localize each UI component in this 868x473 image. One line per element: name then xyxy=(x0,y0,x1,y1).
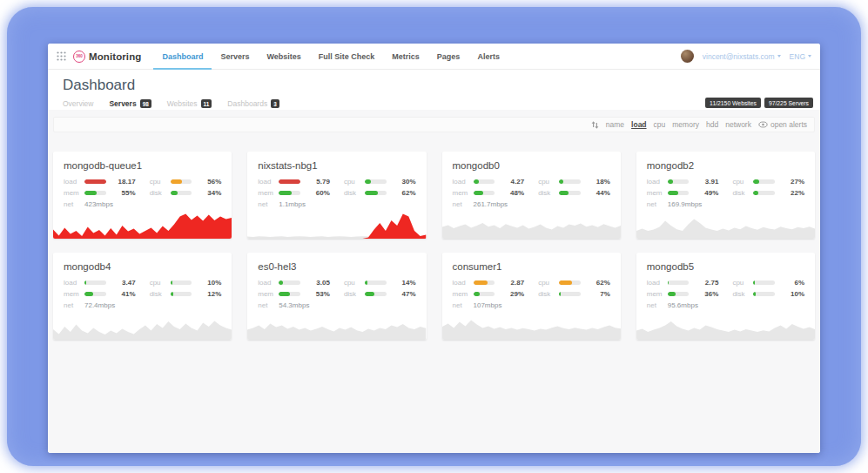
tabs-bar: Overview Servers 98 Websites 11 Dashboar… xyxy=(63,99,805,108)
mem-bar xyxy=(84,292,106,296)
metrics: load 3.47 cpu 10% mem 41% disk 12% net xyxy=(53,278,232,309)
disk-bar xyxy=(171,292,192,296)
net-label: net xyxy=(647,200,668,208)
nav-item-websites[interactable]: Websites xyxy=(258,44,309,70)
disk-value: 62% xyxy=(392,189,416,197)
user-avatar[interactable] xyxy=(681,50,694,63)
user-account-dropdown[interactable]: vincent@nixstats.com xyxy=(703,52,781,61)
sort-memory[interactable]: memory xyxy=(672,120,699,129)
disk-value: 22% xyxy=(780,189,804,197)
disk-label: disk xyxy=(538,189,559,197)
mem-bar xyxy=(279,191,300,195)
mem-label: mem xyxy=(453,290,474,298)
disk-value: 34% xyxy=(197,189,221,197)
disk-label: disk xyxy=(150,290,171,298)
content-area: name load cpu memory hdd network open al… xyxy=(48,110,820,453)
disk-value: 10% xyxy=(780,290,804,298)
mem-value: 53% xyxy=(306,290,330,298)
load-bar xyxy=(668,280,690,285)
language-label: ENG xyxy=(790,52,805,61)
mem-label: mem xyxy=(258,290,279,298)
tab-servers[interactable]: Servers 98 xyxy=(109,99,151,108)
marketing-canvas: 360 Monitoring Dashboard Servers Website… xyxy=(0,0,868,473)
cpu-bar xyxy=(171,280,192,285)
sort-name[interactable]: name xyxy=(606,120,624,129)
server-card-mongodb0[interactable]: mongodb0 load 4.27 cpu 18% mem 48% disk … xyxy=(442,152,621,239)
tab-websites[interactable]: Websites 11 xyxy=(167,99,212,108)
server-card-mongodb5[interactable]: mongodb5 load 2.75 cpu 6% mem 36% disk 1… xyxy=(636,253,815,340)
status-badge: 11/2150 Websites xyxy=(705,98,761,108)
server-name: es0-hel3 xyxy=(247,253,426,278)
cpu-value: 18% xyxy=(586,178,610,186)
cpu-bar xyxy=(365,179,387,184)
metrics: load 4.27 cpu 18% mem 48% disk 44% net xyxy=(442,177,621,208)
net-label: net xyxy=(64,301,84,309)
net-value: 95.6mbps xyxy=(668,301,698,309)
load-label: load xyxy=(258,178,279,186)
mem-bar xyxy=(279,292,300,296)
tab-count-badge: 3 xyxy=(271,99,279,108)
sparkline-chart xyxy=(53,314,232,340)
page-header: Dashboard 11/2150 Websites 97/225 Server… xyxy=(48,70,820,110)
nav-item-servers[interactable]: Servers xyxy=(212,44,258,70)
sort-hdd[interactable]: hdd xyxy=(706,120,718,129)
net-label: net xyxy=(647,301,668,309)
load-value: 3.05 xyxy=(306,279,330,287)
page-title: Dashboard xyxy=(63,77,805,94)
server-card-mongodb-queue1[interactable]: mongodb-queue1 load 18.17 cpu 56% mem 55… xyxy=(53,152,232,239)
cpu-label: cpu xyxy=(538,178,559,186)
load-value: 3.47 xyxy=(111,279,136,287)
load-label: load xyxy=(64,279,84,287)
logo[interactable]: 360 Monitoring xyxy=(73,51,141,63)
sort-cpu[interactable]: cpu xyxy=(654,120,666,129)
mem-bar xyxy=(474,292,495,296)
cpu-value: 27% xyxy=(780,178,804,186)
server-cards-grid: mongodb-queue1 load 18.17 cpu 56% mem 55… xyxy=(53,152,815,340)
logo-360-icon: 360 xyxy=(73,51,85,63)
tab-count-badge: 98 xyxy=(140,99,151,108)
mem-label: mem xyxy=(647,290,668,298)
server-card-es0-hel3[interactable]: es0-hel3 load 3.05 cpu 14% mem 53% disk … xyxy=(247,253,426,340)
tab-dashboards[interactable]: Dashboards 3 xyxy=(227,99,279,108)
net-label: net xyxy=(64,200,84,208)
disk-label: disk xyxy=(150,189,171,197)
server-card-mongodb2[interactable]: mongodb2 load 3.91 cpu 27% mem 49% disk … xyxy=(636,152,815,239)
mem-value: 41% xyxy=(111,290,136,298)
nav-item-metrics[interactable]: Metrics xyxy=(383,44,428,70)
load-bar xyxy=(84,179,106,184)
disk-bar xyxy=(559,292,581,296)
disk-value: 7% xyxy=(586,290,610,298)
nav-item-dashboard[interactable]: Dashboard xyxy=(153,44,212,70)
disk-bar xyxy=(171,191,192,195)
nav-item-full-site-check[interactable]: Full Site Check xyxy=(310,44,384,70)
cpu-value: 62% xyxy=(586,279,610,287)
mem-bar xyxy=(84,191,106,195)
net-label: net xyxy=(453,200,474,208)
server-card-consumer1[interactable]: consumer1 load 2.87 cpu 62% mem 29% disk… xyxy=(442,253,621,340)
nav-item-alerts[interactable]: Alerts xyxy=(468,44,508,70)
load-label: load xyxy=(647,279,668,287)
cpu-label: cpu xyxy=(150,178,171,186)
tab-overview[interactable]: Overview xyxy=(63,99,93,108)
load-label: load xyxy=(453,178,474,186)
server-card-mongodb4[interactable]: mongodb4 load 3.47 cpu 10% mem 41% disk … xyxy=(53,253,232,340)
server-name: mongodb2 xyxy=(636,152,815,177)
disk-bar xyxy=(365,292,387,296)
sort-network[interactable]: network xyxy=(725,120,751,129)
apps-grid-icon[interactable] xyxy=(57,51,66,61)
load-label: load xyxy=(64,178,84,186)
caret-down-icon xyxy=(777,55,781,57)
language-dropdown[interactable]: ENG xyxy=(790,52,811,61)
disk-bar xyxy=(365,191,387,195)
nav-item-pages[interactable]: Pages xyxy=(428,44,469,70)
cpu-label: cpu xyxy=(732,178,753,186)
net-value: 169.9mbps xyxy=(668,200,703,208)
server-card-nixstats-nbg1[interactable]: nixstats-nbg1 load 5.79 cpu 30% mem 60% … xyxy=(247,152,426,239)
load-label: load xyxy=(453,279,474,287)
cpu-bar xyxy=(753,179,775,184)
load-bar xyxy=(279,179,300,184)
open-alerts-toggle[interactable]: open alerts xyxy=(758,120,807,129)
net-label: net xyxy=(258,200,279,208)
sort-load[interactable]: load xyxy=(631,120,646,129)
header-status-badges: 11/2150 Websites 97/225 Servers xyxy=(705,98,813,108)
